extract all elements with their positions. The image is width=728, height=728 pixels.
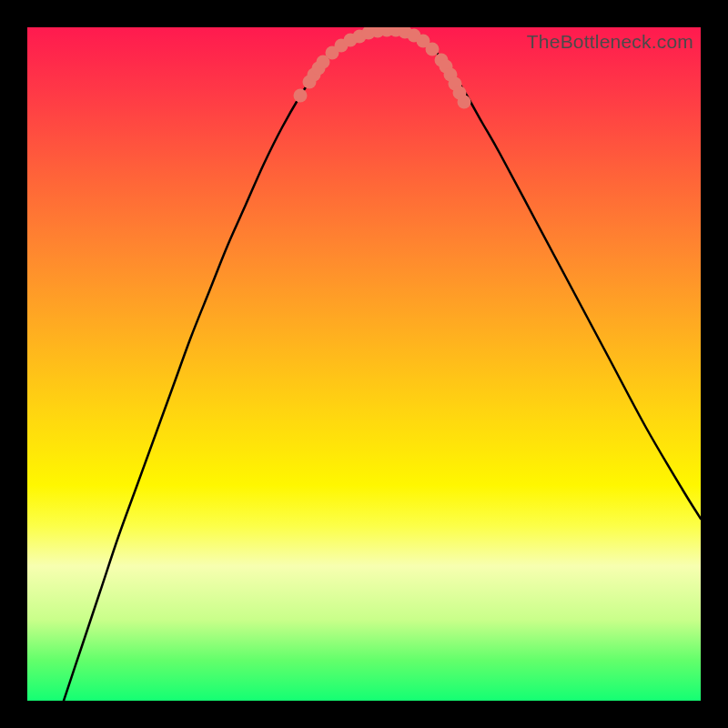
highlight-dots bbox=[294, 27, 471, 109]
chart-plot-area: TheBottleneck.com bbox=[27, 27, 701, 701]
bottleneck-curve bbox=[64, 29, 701, 701]
chart-frame: TheBottleneck.com bbox=[0, 0, 728, 728]
highlight-dot bbox=[458, 96, 471, 109]
chart-svg bbox=[27, 27, 701, 701]
highlight-dot bbox=[426, 43, 440, 56]
highlight-dot bbox=[294, 89, 308, 103]
